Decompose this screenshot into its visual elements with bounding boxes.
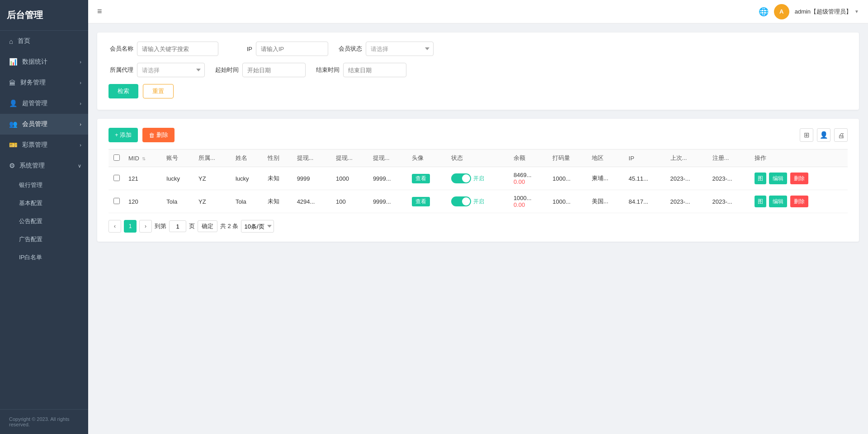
table-panel: + 添加 🗑 删除 ⊞ 👤 🖨: [97, 119, 859, 242]
lang-icon[interactable]: 🌐: [759, 7, 769, 17]
cell-ip-1: 84.17...: [625, 190, 667, 213]
ip-input[interactable]: [256, 42, 328, 56]
table-toolbar: + 添加 🗑 删除 ⊞ 👤 🖨: [108, 128, 848, 142]
per-page-select[interactable]: 10条/页: [241, 220, 274, 233]
username-label: admin【超级管理员】: [795, 8, 852, 16]
th-balance: 余额: [510, 149, 549, 167]
cell-region-0: 柬埔...: [588, 167, 625, 190]
start-time-input[interactable]: [242, 63, 306, 77]
cell-reg-date-1: 2023-...: [709, 190, 751, 213]
sidebar-item-lottery[interactable]: 🎫 彩票管理 ›: [0, 135, 88, 155]
row-checkbox-0[interactable]: [113, 175, 120, 181]
th-gender: 性别: [264, 149, 293, 167]
row-checkbox-1[interactable]: [113, 198, 120, 204]
cell-avatar-1: 查看: [408, 190, 448, 213]
member-status-select[interactable]: 请选择: [366, 42, 434, 56]
start-time-label: 起始时间: [214, 66, 239, 74]
th-coding: 打码量: [549, 149, 588, 167]
cell-w2-0: 1000: [332, 167, 369, 190]
th-reg-date: 注册...: [709, 149, 751, 167]
agent-select[interactable]: 请选择: [137, 63, 205, 77]
home-icon: ⌂: [9, 37, 13, 45]
sidebar-item-member[interactable]: 👥 会员管理 ›: [0, 114, 88, 135]
status-toggle-1[interactable]: [451, 196, 471, 206]
search-button[interactable]: 检索: [108, 84, 138, 98]
th-account: 账号: [163, 149, 195, 167]
cell-agent-0: YZ: [195, 167, 232, 190]
status-toggle-wrap-0: 开启: [451, 173, 506, 183]
chevron-right-icon-2: ›: [80, 80, 81, 85]
th-actions: 操作: [751, 149, 848, 167]
member-name-input[interactable]: [137, 42, 218, 56]
goto-confirm-button[interactable]: 确定: [198, 220, 217, 232]
toggle-slider-1: [451, 196, 471, 206]
user-icon: 👤: [9, 99, 18, 107]
cell-status-0: 开启: [448, 167, 510, 190]
reset-button[interactable]: 重置: [143, 84, 174, 98]
select-all-checkbox[interactable]: [113, 154, 120, 161]
grid-view-button[interactable]: ⊞: [800, 128, 813, 142]
th-checkbox: [108, 149, 125, 167]
th-name: 姓名: [232, 149, 264, 167]
sidebar-subitem-notice-config[interactable]: 公告配置: [0, 212, 88, 230]
cell-mid-0: 121: [125, 167, 163, 190]
action-edit-btn-1[interactable]: 编辑: [769, 196, 787, 207]
sidebar-subitem-basic-config-label: 基本配置: [19, 199, 42, 207]
status-toggle-0[interactable]: [451, 173, 471, 183]
topbar-left: ≡: [97, 7, 102, 16]
toggle-slider-0: [451, 173, 471, 183]
sidebar-item-system[interactable]: ⚙ 系统管理 ∨: [0, 155, 88, 176]
members-icon: 👥: [9, 120, 18, 128]
avatar-view-btn-1[interactable]: 查看: [412, 197, 430, 206]
cell-actions-1: 图 编辑 删除: [751, 190, 848, 213]
sidebar-subitem-bank[interactable]: 银行管理: [0, 176, 88, 194]
action-del-btn-0[interactable]: 删除: [790, 173, 808, 184]
sidebar: 后台管理 ⌂ 首页 📊 数据统计 › 🏛 财务管理 › 👤 超管管理 › 👥 会…: [0, 0, 88, 434]
user-view-button[interactable]: 👤: [817, 128, 830, 142]
action-del-btn-1[interactable]: 删除: [790, 196, 808, 207]
cell-region-1: 美国...: [588, 190, 625, 213]
ticket-icon: 🎫: [9, 141, 18, 149]
end-time-input[interactable]: [343, 63, 406, 77]
page-1-button[interactable]: 1: [124, 220, 137, 233]
th-ip: IP: [625, 149, 667, 167]
action-img-btn-0[interactable]: 图: [755, 173, 766, 184]
sidebar-item-data-stats[interactable]: 📊 数据统计 ›: [0, 51, 88, 72]
content-area: 会员名称 IP 会员状态 请选择 所属: [88, 23, 868, 434]
action-img-btn-1[interactable]: 图: [755, 196, 766, 207]
total-label: 共 2 条: [220, 222, 238, 230]
cell-w3-0: 9999...: [369, 167, 408, 190]
balance-amount-0: 8469...: [514, 172, 545, 178]
cell-coding-1: 1000...: [549, 190, 588, 213]
action-edit-btn-0[interactable]: 编辑: [769, 173, 787, 184]
sidebar-subitem-ad-config[interactable]: 广告配置: [0, 230, 88, 248]
sidebar-subitem-bank-label: 银行管理: [19, 181, 42, 189]
sidebar-subitem-ip-whitelist[interactable]: IP白名单: [0, 248, 88, 266]
cell-ip-0: 45.11...: [625, 167, 667, 190]
prev-page-button[interactable]: ‹: [108, 220, 121, 233]
table-row: 120 Tola YZ Tola 未知 4294... 100 9999... …: [108, 190, 848, 213]
cell-w1-0: 9999: [293, 167, 332, 190]
add-button[interactable]: + 添加: [108, 128, 138, 142]
cell-mid-1: 120: [125, 190, 163, 213]
sidebar-item-super-admin[interactable]: 👤 超管管理 ›: [0, 93, 88, 114]
user-info[interactable]: admin【超级管理员】 ▼: [795, 8, 859, 16]
topbar-right: 🌐 A admin【超级管理员】 ▼: [759, 4, 859, 19]
sidebar-subitem-basic-config[interactable]: 基本配置: [0, 194, 88, 212]
status-label-0: 开启: [473, 175, 484, 182]
cell-balance-1: 1000... 0.00: [510, 190, 549, 213]
cell-w3-1: 9999...: [369, 190, 408, 213]
print-button[interactable]: 🖨: [834, 128, 848, 142]
grid-icon: ⊞: [804, 131, 810, 139]
goto-page-input[interactable]: [169, 220, 186, 232]
sidebar-item-home[interactable]: ⌂ 首页: [0, 31, 88, 51]
search-field-ip: IP: [227, 42, 328, 56]
batch-delete-button[interactable]: 🗑 删除: [142, 128, 175, 142]
sidebar-item-finance[interactable]: 🏛 财务管理 ›: [0, 72, 88, 93]
cell-coding-0: 1000...: [549, 167, 588, 190]
chart-icon: 📊: [9, 58, 18, 66]
hamburger-icon[interactable]: ≡: [97, 7, 102, 16]
avatar-view-btn-0[interactable]: 查看: [412, 174, 430, 183]
search-field-agent: 所属代理 请选择: [108, 63, 205, 77]
next-page-button[interactable]: ›: [139, 220, 152, 233]
